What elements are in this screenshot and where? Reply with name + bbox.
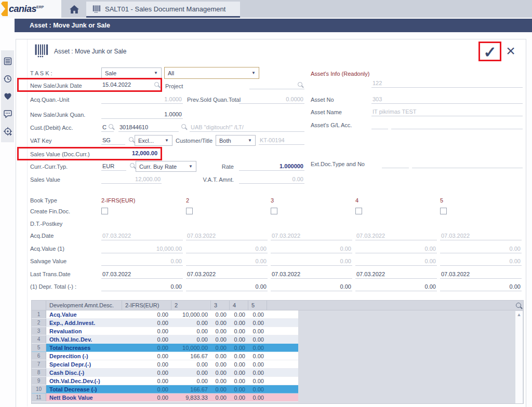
search-icon[interactable]	[154, 82, 159, 87]
sidebar-item-history[interactable]	[3, 74, 12, 84]
table-row[interactable]: 5Total Increases0.0010,000.000.000.000.0…	[32, 344, 298, 352]
customer-code-field: KT-00194	[259, 136, 304, 145]
depr-total-field[interactable]: 0.00	[186, 282, 268, 291]
close-button[interactable]: ×	[502, 43, 520, 60]
header-book-5: 5	[248, 301, 267, 310]
create-fin-doc-checkbox[interactable]	[101, 208, 108, 214]
gl-acc-field-1[interactable]	[371, 120, 388, 129]
last-trans-date-field[interactable]: 07.03.2022	[440, 270, 522, 279]
search-icon[interactable]	[129, 137, 134, 142]
rate-field[interactable]: 1.000000	[239, 162, 304, 171]
book-type-row-label: Book Type	[30, 197, 57, 204]
row-value: 0.00	[211, 319, 230, 327]
acq-date-field: 07.03.2022	[440, 232, 522, 240]
create-fin-doc-checkbox[interactable]	[355, 208, 362, 214]
row-label: Deprecition (-)	[46, 352, 122, 360]
new-sale-date-field[interactable]: 15.04.2022	[101, 80, 151, 89]
row-value: 0.00	[122, 327, 171, 335]
create-fin-doc-checkbox[interactable]	[271, 208, 277, 214]
search-icon[interactable]	[109, 124, 113, 129]
create-fin-doc-checkbox[interactable]	[186, 208, 193, 214]
header-row-number	[32, 301, 46, 310]
row-value: 0.00	[230, 385, 248, 393]
row-number: 1	[32, 310, 46, 318]
search-icon[interactable]	[298, 82, 302, 87]
row-value: 0.00	[211, 352, 230, 360]
book-type-value: 2-IFRS(EUR)	[101, 197, 135, 204]
chevron-down-icon: ▼	[154, 71, 158, 75]
search-icon[interactable]	[130, 163, 135, 168]
ext-doc-type-field[interactable]	[382, 159, 409, 168]
row-value: 0.00	[211, 369, 230, 376]
sales-value-doc-field[interactable]: 12,000.00	[101, 149, 158, 158]
row-value: 0.00	[122, 344, 171, 351]
scroll-up-icon[interactable]: ▲	[515, 311, 523, 318]
last-trans-date-field[interactable]: 07.03.2022	[101, 270, 183, 279]
header-book-4: 4	[230, 301, 248, 310]
task-select-value: Sale	[105, 70, 116, 76]
last-trans-date-field[interactable]: 07.03.2022	[355, 270, 437, 279]
customer-title-select[interactable]: Both ▼	[216, 135, 256, 146]
row-number: 7	[32, 360, 46, 368]
task-select[interactable]: Sale ▼	[101, 67, 162, 78]
tab-salt01[interactable]: SALT01 - Sales Document Management	[86, 2, 240, 18]
vat-key-field[interactable]: SG	[101, 136, 125, 145]
table-row[interactable]: 4Oth.Val.Inc.Dev.0.000.000.000.000.00	[32, 335, 298, 344]
table-row[interactable]: 9Oth.Val.Dec.Dev.(-)0.000.000.000.000.00	[32, 377, 298, 385]
row-value: 0.00	[230, 327, 248, 335]
rate-type-select[interactable]: Curr. Buy Rate ▼	[136, 161, 196, 172]
row-value: 0.00	[230, 344, 248, 351]
table-row[interactable]: 8Cash Disc.(-)0.000.000.000.000.00	[32, 369, 298, 377]
table-scrollbar[interactable]: ▲	[515, 311, 523, 403]
home-button[interactable]	[66, 1, 83, 17]
table-row[interactable]: 1Acq.Value0.0010,000.000.000.000.00	[32, 310, 298, 319]
table-row[interactable]: 6Deprecition (-)0.00166.670.000.000.00	[32, 352, 298, 360]
rate-type-value: Curr. Buy Rate	[139, 164, 177, 170]
row-value: 0.00	[248, 327, 267, 335]
table-row[interactable]: 7Special Depr.(-)0.000.000.000.000.00	[32, 360, 298, 369]
row-value: 0.00	[211, 335, 230, 343]
row-value: 0.00	[122, 394, 171, 401]
sidebar-item-favorites[interactable]	[3, 92, 12, 101]
task-filter-value: All	[168, 70, 174, 76]
depr-total-field[interactable]: 0.00	[440, 282, 522, 291]
search-icon[interactable]	[181, 124, 186, 129]
depr-total-field[interactable]: 0.00	[101, 282, 183, 291]
project-field[interactable]	[249, 80, 304, 89]
row-label: Oth.Val.Inc.Dev.	[46, 335, 122, 343]
menu-icon	[3, 57, 12, 66]
task-filter-select[interactable]: All ▼	[164, 67, 259, 79]
depr-total-field[interactable]: 0.00	[271, 282, 352, 291]
acq-value-field: 0.00	[440, 245, 522, 253]
sidebar-item-target[interactable]	[3, 127, 12, 136]
ext-doc-no-field[interactable]	[412, 159, 523, 168]
create-fin-doc-checkbox[interactable]	[440, 208, 447, 214]
table-row[interactable]: 10Total Decrease (-)0.00166.670.000.000.…	[32, 385, 298, 394]
row-value: 0.00	[171, 360, 211, 368]
sidebar-item-menu[interactable]	[3, 57, 12, 66]
new-quan-field[interactable]: 1.0000	[101, 110, 183, 119]
cust-name-field: UAB "digitouch!" /LT/	[190, 123, 304, 132]
vat-mode-select[interactable]: Excl... ▼	[135, 135, 172, 146]
table-row[interactable]: 11Nett Book Value0.009,833.330.000.000.0…	[32, 394, 298, 402]
table-search-icon[interactable]	[516, 303, 521, 308]
confirm-button[interactable]: ✓	[478, 42, 501, 61]
asset-name-field: IT pikrimas TEST	[371, 107, 523, 116]
table-row[interactable]: 3Revaluation0.000.000.000.000.00	[32, 327, 298, 335]
cust-account-field[interactable]: 301844610	[118, 123, 179, 132]
sidebar-item-comments[interactable]	[3, 109, 12, 118]
brand-suffix: ERP	[36, 5, 44, 9]
gl-acc-field-2[interactable]	[391, 120, 523, 129]
depr-total-field[interactable]: 0.00	[355, 282, 437, 291]
table-row[interactable]: 2Exp., Add.Invest.0.000.000.000.000.00	[32, 319, 298, 327]
currency-field[interactable]: EUR	[101, 162, 126, 171]
row-value: 0.00	[248, 369, 267, 376]
window-title: Asset : Move Junk or Sale	[30, 22, 110, 29]
row-value: 0.00	[171, 335, 211, 343]
last-trans-date-field[interactable]: 07.03.2022	[271, 270, 352, 279]
asset-info-header: Asset's Info (Readonly)	[311, 71, 369, 77]
row-number: 3	[32, 327, 46, 335]
last-trans-date-field[interactable]: 07.03.2022	[186, 270, 268, 279]
development-table: Development Amnt.Desc. 2-IFRS(EUR) 2 3 4…	[31, 300, 524, 404]
row-label: Total Increases	[46, 344, 122, 351]
